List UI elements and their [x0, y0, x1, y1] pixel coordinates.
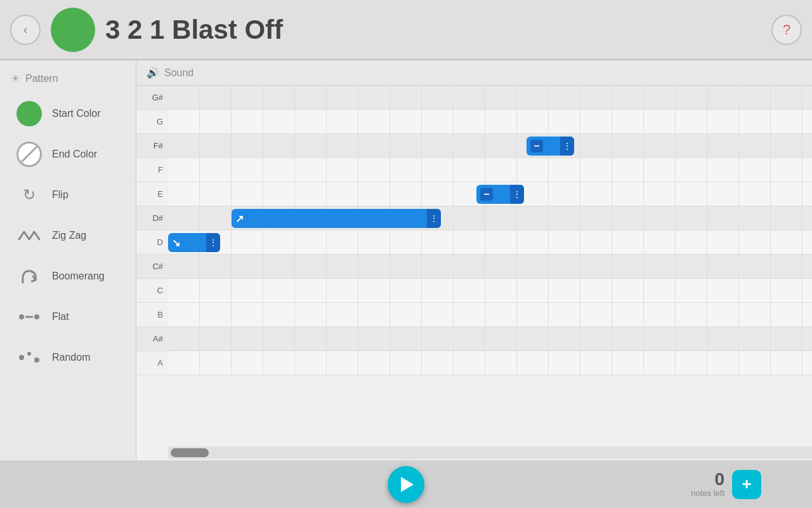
help-icon: ? — [783, 22, 790, 38]
note-block-fs-inner: − ⋮ — [527, 137, 574, 156]
main-area: ☀ Pattern Start Color End Color ↻ Flip — [0, 60, 812, 460]
notes-counter: 0 notes left + — [691, 470, 761, 499]
notes-count-number: 0 — [691, 471, 724, 488]
note-block-e[interactable]: − ⋮ — [476, 185, 524, 204]
grid-row-b[interactable] — [168, 303, 812, 327]
note-label-gs: G# — [136, 86, 168, 110]
end-color-icon — [15, 140, 43, 168]
note-minus-e[interactable]: − — [480, 188, 493, 201]
sidebar: ☀ Pattern Start Color End Color ↻ Flip — [0, 60, 136, 460]
boomerang-label: Boomerang — [52, 271, 105, 282]
flat-label: Flat — [52, 311, 69, 323]
note-block-fs[interactable]: − ⋮ — [527, 137, 574, 156]
grid-row-gs[interactable] — [168, 86, 812, 110]
note-label-e: E — [136, 182, 168, 206]
add-button[interactable]: + — [732, 470, 761, 499]
piano-roll[interactable]: G# G F# F E D# D C# C B A# — [136, 86, 812, 459]
zigzag-icon — [18, 227, 41, 244]
app-title: 3 2 1 Blast Off — [105, 15, 283, 45]
note-block-ds[interactable]: ↗ ⋮ — [232, 209, 441, 228]
sound-header: 🔊 Sound — [136, 60, 812, 86]
note-block-e-inner: − ⋮ — [476, 185, 524, 204]
note-label-as: A# — [136, 327, 168, 351]
header: ‹ 3 2 1 Blast Off ? — [0, 0, 812, 60]
note-label-c: C — [136, 279, 168, 303]
grid-row-cs[interactable] — [168, 255, 812, 279]
zig-zag-label: Zig Zag — [52, 230, 86, 241]
grid-row-fs[interactable]: − ⋮ — [168, 134, 812, 158]
sidebar-item-flat[interactable]: Flat — [5, 298, 131, 336]
note-slash-d: ↘ — [172, 237, 180, 249]
note-slash-ds: ↗ — [235, 213, 244, 225]
help-button[interactable]: ? — [771, 15, 802, 45]
note-label-cs: C# — [136, 255, 168, 279]
flip-icon-container: ↻ — [15, 181, 43, 209]
sound-icon: 🔊 — [147, 67, 159, 79]
sidebar-header: ☀ Pattern — [0, 67, 136, 93]
grid-row-a[interactable] — [168, 351, 812, 375]
sidebar-item-random[interactable]: Random — [5, 338, 131, 377]
random-label: Random — [52, 352, 90, 363]
bottom-bar: 0 notes left + — [0, 460, 812, 508]
green-circle — [16, 101, 42, 126]
no-color-circle — [16, 142, 42, 167]
zigzag-icon-container — [15, 222, 43, 250]
note-label-ds: D# — [136, 206, 168, 231]
svg-point-3 — [19, 355, 24, 360]
scroll-thumb[interactable] — [171, 448, 209, 457]
grid-row-ds[interactable]: ↗ ⋮ — [168, 206, 812, 231]
flip-icon: ↻ — [23, 186, 36, 204]
play-button[interactable] — [388, 466, 424, 503]
grid-canvas[interactable]: − ⋮ − ⋮ — [168, 86, 812, 446]
note-label-fs: F# — [136, 134, 168, 158]
note-label-a: A — [136, 351, 168, 375]
note-minus-fs[interactable]: − — [530, 140, 543, 152]
note-block-d-inner: ↘ ⋮ — [168, 233, 220, 252]
flat-icon-container — [15, 303, 43, 331]
svg-point-2 — [34, 314, 39, 319]
flat-icon — [18, 311, 41, 323]
sound-label: Sound — [164, 67, 193, 79]
random-icon — [18, 350, 41, 365]
sidebar-item-start-color[interactable]: Start Color — [5, 95, 131, 133]
note-label-f: F — [136, 158, 168, 182]
scrollbar-track[interactable] — [168, 446, 812, 459]
note-label-b: B — [136, 303, 168, 327]
sidebar-item-boomerang[interactable]: Boomerang — [5, 257, 131, 295]
notes-count-display: 0 notes left — [691, 471, 724, 498]
note-menu-d[interactable]: ⋮ — [206, 233, 220, 252]
note-label-d: D — [136, 231, 168, 255]
flip-label: Flip — [52, 189, 69, 201]
note-menu-ds[interactable]: ⋮ — [427, 209, 441, 228]
sidebar-item-end-color[interactable]: End Color — [5, 135, 131, 173]
note-block-d[interactable]: ↘ ⋮ — [168, 233, 220, 252]
start-color-label: Start Color — [52, 108, 100, 119]
note-menu-e[interactable]: ⋮ — [510, 185, 524, 204]
sidebar-item-zig-zag[interactable]: Zig Zag — [5, 217, 131, 255]
end-color-label: End Color — [52, 149, 97, 160]
grid-row-as[interactable] — [168, 327, 812, 351]
grid-row-g[interactable] — [168, 110, 812, 134]
boomerang-icon — [18, 265, 41, 288]
note-block-ds-inner: ↗ ⋮ — [232, 209, 441, 228]
grid-row-d[interactable]: ↘ ⋮ — [168, 231, 812, 255]
play-icon — [401, 477, 414, 492]
svg-point-0 — [19, 314, 24, 319]
svg-point-4 — [27, 352, 31, 356]
grid-area: 🔊 Sound G# G F# F E D# D C# — [136, 60, 812, 460]
random-icon-container — [15, 344, 43, 371]
back-button[interactable]: ‹ — [10, 15, 41, 45]
note-menu-fs[interactable]: ⋮ — [560, 137, 574, 156]
app-icon — [51, 8, 95, 52]
notes-count-label: notes left — [691, 488, 724, 498]
sidebar-item-flip[interactable]: ↻ Flip — [5, 176, 131, 214]
grid-row-c[interactable] — [168, 279, 812, 303]
note-labels: G# G F# F E D# D C# C B A# — [136, 86, 168, 459]
pattern-icon: ☀ — [10, 72, 20, 86]
grid-row-f[interactable] — [168, 158, 812, 182]
boomerang-icon-container — [15, 262, 43, 290]
svg-point-5 — [34, 358, 39, 363]
grid-row-e[interactable]: − ⋮ — [168, 182, 812, 206]
sidebar-section-label: Pattern — [25, 73, 58, 84]
back-icon: ‹ — [23, 22, 28, 37]
